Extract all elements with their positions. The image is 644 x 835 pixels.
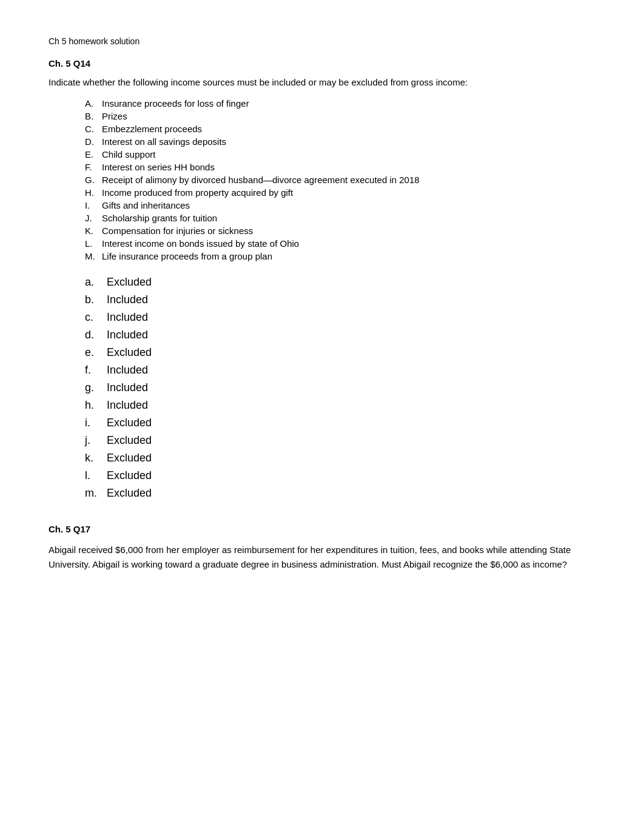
question-text: Receipt of alimony by divorced husband—d… <box>102 175 420 185</box>
question-letter: G. <box>85 175 102 185</box>
answer-item: m.Excluded <box>85 487 595 500</box>
answer-text: Included <box>107 311 148 323</box>
question-item: J.Scholarship grants for tuition <box>85 213 595 223</box>
page-title: Ch 5 homework solution <box>49 36 595 46</box>
q17-section: Ch. 5 Q17 Abigail received $6,000 from h… <box>49 524 595 572</box>
answer-letter: i. <box>85 417 107 429</box>
answer-letter: a. <box>85 276 107 289</box>
question-text: Gifts and inheritances <box>102 200 190 210</box>
answer-text: Included <box>107 399 148 411</box>
answer-letter: l. <box>85 469 107 482</box>
answer-item: h.Included <box>85 399 595 412</box>
question-list: A.Insurance proceeds for loss of fingerB… <box>85 98 595 261</box>
question-text: Insurance proceeds for loss of finger <box>102 98 249 109</box>
question-letter: K. <box>85 226 102 236</box>
answer-item: j.Excluded <box>85 434 595 447</box>
question-letter: D. <box>85 136 102 147</box>
answer-text: Included <box>107 293 148 306</box>
answer-item: g.Included <box>85 381 595 394</box>
answer-letter: d. <box>85 329 107 341</box>
answer-text: Excluded <box>107 276 152 288</box>
answer-letter: f. <box>85 364 107 377</box>
question-letter: B. <box>85 111 102 121</box>
question-text: Interest on series HH bonds <box>102 162 215 172</box>
question-letter: E. <box>85 149 102 159</box>
answer-list: a.Excludedb.Includedc.Includedd.Included… <box>85 276 595 500</box>
answer-text: Excluded <box>107 417 152 429</box>
answer-text: Excluded <box>107 346 152 358</box>
answer-text: Included <box>107 364 148 376</box>
q17-heading: Ch. 5 Q17 <box>49 524 595 534</box>
question-item: E.Child support <box>85 149 595 159</box>
question-item: B.Prizes <box>85 111 595 121</box>
q14-heading: Ch. 5 Q14 <box>49 58 595 69</box>
question-item: H.Income produced from property acquired… <box>85 187 595 198</box>
answer-item: k.Excluded <box>85 452 595 464</box>
question-letter: M. <box>85 251 102 261</box>
question-item: G.Receipt of alimony by divorced husband… <box>85 175 595 185</box>
answer-item: b.Included <box>85 293 595 306</box>
answer-item: f.Included <box>85 364 595 377</box>
answer-letter: g. <box>85 381 107 394</box>
answer-letter: c. <box>85 311 107 324</box>
question-text: Life insurance proceeds from a group pla… <box>102 251 272 261</box>
answer-item: a.Excluded <box>85 276 595 289</box>
answer-letter: j. <box>85 434 107 447</box>
question-letter: A. <box>85 98 102 109</box>
question-text: Prizes <box>102 111 127 121</box>
answer-text: Excluded <box>107 487 152 499</box>
answer-item: c.Included <box>85 311 595 324</box>
answer-item: l.Excluded <box>85 469 595 482</box>
answer-text: Excluded <box>107 469 152 481</box>
question-item: D.Interest on all savings deposits <box>85 136 595 147</box>
question-letter: I. <box>85 200 102 210</box>
answer-item: i.Excluded <box>85 417 595 429</box>
answer-item: e.Excluded <box>85 346 595 359</box>
q14-section: Ch. 5 Q14 Indicate whether the following… <box>49 58 595 500</box>
answer-letter: b. <box>85 293 107 306</box>
answer-letter: h. <box>85 399 107 412</box>
question-text: Child support <box>102 149 155 159</box>
q17-body: Abigail received $6,000 from her employe… <box>49 543 595 572</box>
question-text: Embezzlement proceeds <box>102 124 202 134</box>
answer-item: d.Included <box>85 329 595 341</box>
question-item: M.Life insurance proceeds from a group p… <box>85 251 595 261</box>
question-text: Interest on all savings deposits <box>102 136 226 147</box>
question-text: Interest income on bonds issued by state… <box>102 238 299 249</box>
question-item: L.Interest income on bonds issued by sta… <box>85 238 595 249</box>
question-letter: F. <box>85 162 102 172</box>
answer-text: Excluded <box>107 434 152 446</box>
question-letter: C. <box>85 124 102 134</box>
answer-text: Included <box>107 381 148 394</box>
answer-letter: e. <box>85 346 107 359</box>
question-letter: J. <box>85 213 102 223</box>
answer-text: Excluded <box>107 452 152 464</box>
question-text: Scholarship grants for tuition <box>102 213 217 223</box>
answer-letter: k. <box>85 452 107 464</box>
question-letter: L. <box>85 238 102 249</box>
question-letter: H. <box>85 187 102 198</box>
q14-intro: Indicate whether the following income so… <box>49 77 595 87</box>
question-text: Income produced from property acquired b… <box>102 187 293 198</box>
question-item: A.Insurance proceeds for loss of finger <box>85 98 595 109</box>
question-text: Compensation for injuries or sickness <box>102 226 253 236</box>
question-item: F.Interest on series HH bonds <box>85 162 595 172</box>
question-item: K.Compensation for injuries or sickness <box>85 226 595 236</box>
answer-text: Included <box>107 329 148 341</box>
answer-letter: m. <box>85 487 107 500</box>
question-item: I.Gifts and inheritances <box>85 200 595 210</box>
question-item: C.Embezzlement proceeds <box>85 124 595 134</box>
